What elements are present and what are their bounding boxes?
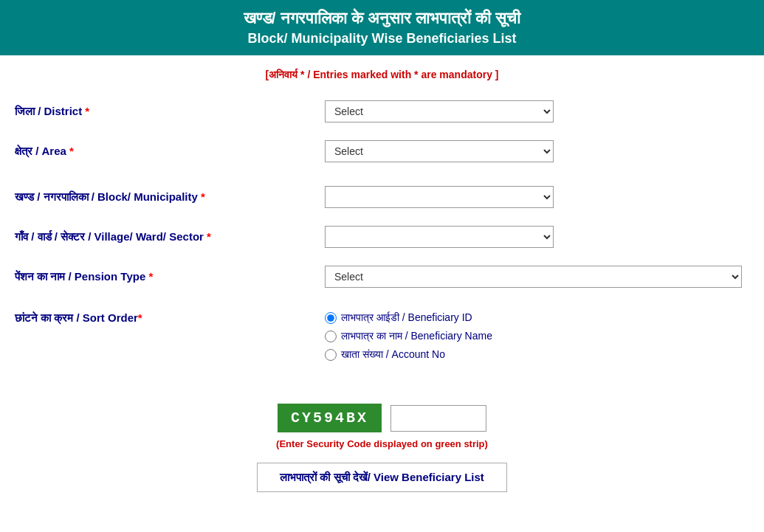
block-label: खण्ड / नगरपालिका / Block/ Municipality * (15, 190, 325, 204)
sort-radio-name[interactable] (325, 331, 337, 342)
sort-option-id[interactable]: लाभपात्र आईडी / Beneficiary ID (325, 311, 742, 324)
area-row: क्षेत्र / Area * Select (15, 136, 742, 167)
form-container: जिला / District * Select क्षेत्र / Area … (0, 89, 764, 389)
captcha-hint: (Enter Security Code displayed on green … (276, 438, 488, 449)
header-title-hindi: खण्ड/ नगरपालिका के अनुसार लाभपात्रों की … (15, 9, 749, 28)
sort-label-name: लाभपात्र का नाम / Beneficiary Name (341, 330, 492, 342)
pension-control: Select (325, 266, 742, 288)
captcha-code: CY594BX (278, 404, 382, 432)
mandatory-note: [अनिवार्य * / Entries marked with * are … (0, 61, 764, 89)
village-select[interactable] (325, 226, 554, 248)
captcha-section: CY594BX (Enter Security Code displayed o… (0, 404, 764, 492)
sort-option-account[interactable]: खाता संख्या / Account No (325, 348, 742, 361)
area-select[interactable]: Select (325, 140, 554, 162)
captcha-row: CY594BX (278, 404, 486, 432)
block-control (325, 186, 742, 208)
sort-order-control: लाभपात्र आईडी / Beneficiary ID लाभपात्र … (325, 311, 742, 361)
sort-order-row: छांटने का क्रम / Sort Order* लाभपात्र आई… (15, 307, 742, 365)
sort-option-name[interactable]: लाभपात्र का नाम / Beneficiary Name (325, 330, 742, 342)
sort-options-group: लाभपात्र आईडी / Beneficiary ID लाभपात्र … (325, 311, 742, 361)
sort-radio-id[interactable] (325, 312, 337, 324)
district-label: जिला / District * (15, 105, 325, 118)
area-label: क्षेत्र / Area * (15, 145, 325, 158)
header-title-english: Block/ Municipality Wise Beneficiaries L… (15, 31, 749, 46)
pension-row: पेंशन का नाम / Pension Type * Select (15, 261, 742, 292)
block-select[interactable] (325, 186, 554, 208)
district-control: Select (325, 100, 742, 122)
area-control: Select (325, 140, 742, 162)
pension-label: पेंशन का नाम / Pension Type * (15, 270, 325, 283)
sort-label-account: खाता संख्या / Account No (341, 348, 445, 361)
pension-select[interactable]: Select (325, 266, 742, 288)
submit-button[interactable]: लाभपात्रों की सूची देखें/ View Beneficia… (257, 463, 507, 492)
header-banner: खण्ड/ नगरपालिका के अनुसार लाभपात्रों की … (0, 0, 764, 55)
sort-label-id: लाभपात्र आईडी / Beneficiary ID (341, 311, 472, 324)
captcha-input[interactable] (390, 405, 486, 432)
block-row: खण्ड / नगरपालिका / Block/ Municipality * (15, 182, 742, 213)
village-row: गाँव / वार्ड / सेक्टर / Village/ Ward/ S… (15, 221, 742, 252)
district-select[interactable]: Select (325, 100, 554, 122)
village-label: गाँव / वार्ड / सेक्टर / Village/ Ward/ S… (15, 230, 325, 243)
sort-radio-account[interactable] (325, 349, 337, 361)
sort-order-label: छांटने का क्रम / Sort Order* (15, 311, 325, 325)
village-control (325, 226, 742, 248)
page-wrapper: खण्ड/ नगरपालिका के अनुसार लाभपात्रों की … (0, 0, 764, 532)
district-row: जिला / District * Select (15, 96, 742, 127)
